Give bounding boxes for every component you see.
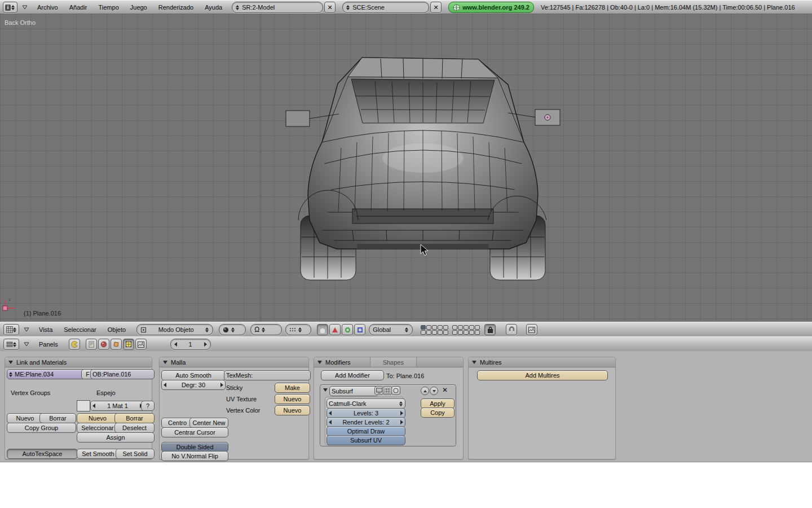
snap-button[interactable] (506, 324, 517, 335)
render-preview-button[interactable] (526, 324, 537, 335)
screen-selector[interactable]: SR:2-Model (232, 2, 323, 13)
decrement-arrow-icon[interactable] (329, 420, 332, 424)
rotate-manipulator-button[interactable] (342, 324, 353, 335)
header-collapse-icon[interactable] (23, 342, 30, 347)
translate-manipulator-button[interactable] (329, 324, 341, 335)
modifier-render-toggle[interactable] (374, 386, 383, 395)
layer-5[interactable] (443, 325, 448, 330)
layer-13[interactable] (432, 330, 437, 335)
copy-group-button[interactable]: Copy Group (7, 423, 76, 433)
menu-tiempo[interactable]: Tiempo (93, 1, 123, 14)
increment-arrow-icon[interactable] (204, 342, 207, 347)
modifier-expand-icon[interactable] (323, 388, 328, 392)
texmesh-field[interactable]: TexMesh: (224, 370, 311, 380)
modifier-move-up-button[interactable] (421, 387, 429, 395)
layer-7[interactable] (458, 325, 463, 330)
decrement-arrow-icon[interactable] (329, 411, 332, 415)
layer-9[interactable] (469, 325, 474, 330)
uv-texture-nuevo-button[interactable]: Nuevo (275, 394, 310, 404)
orientation-dropdown[interactable]: Global (369, 324, 413, 335)
layer-10[interactable] (475, 325, 480, 330)
material-help-button[interactable]: ? (141, 401, 155, 411)
viewport-3d[interactable]: Back Ortho (0, 14, 812, 322)
degr-number-field[interactable]: Degr: 30 (161, 380, 226, 390)
scene-selector[interactable]: SCE:Scene (342, 2, 429, 13)
window-type-selector[interactable]: i (3, 2, 17, 13)
set-smooth-button[interactable]: Set Smooth (77, 449, 120, 459)
increment-arrow-icon[interactable] (400, 411, 403, 415)
decrement-arrow-icon[interactable] (92, 404, 95, 408)
deselect-button[interactable]: Deselect (114, 423, 155, 433)
layer-4[interactable] (438, 325, 443, 330)
panel-header-malla[interactable]: Malla (160, 357, 308, 367)
editor-type-selector[interactable] (3, 339, 19, 350)
modifier-name-field[interactable]: Subsurf (329, 386, 379, 396)
vgroup-nuevo-button[interactable]: Nuevo (7, 413, 43, 423)
menu-renderizado[interactable]: Renderizado (153, 1, 198, 14)
auto-smooth-toggle[interactable]: Auto Smooth (161, 370, 226, 380)
subsurf-uv-toggle[interactable]: Subsurf UV (326, 435, 405, 445)
vertex-color-nuevo-button[interactable]: Nuevo (275, 405, 310, 415)
centrar-cursor-button[interactable]: Centrar Cursor (161, 427, 228, 437)
scale-manipulator-button[interactable] (354, 324, 365, 335)
layer-2[interactable] (426, 325, 431, 330)
add-multires-button[interactable]: Add Multires (477, 370, 608, 380)
material-nuevo-button[interactable]: Nuevo (77, 413, 118, 423)
scene-buttons-button[interactable] (135, 339, 147, 350)
add-modifier-button[interactable]: Add Modifier (321, 370, 384, 380)
menu-juego[interactable]: Juego (125, 1, 152, 14)
layer-11[interactable] (421, 330, 426, 335)
no-vnormal-flip-toggle[interactable]: No V.Normal Flip (161, 451, 228, 461)
copy-modifier-button[interactable]: Copy (421, 408, 454, 418)
seleccionar-button[interactable]: Seleccionar (77, 423, 118, 433)
assign-button[interactable]: Assign (77, 432, 155, 443)
set-solid-button[interactable]: Set Solid (116, 449, 155, 459)
logic-buttons-button[interactable] (69, 339, 80, 350)
tab-shapes[interactable]: Shapes (370, 357, 417, 367)
layer-17[interactable] (458, 330, 463, 335)
mesh-datablock-field[interactable]: ME:Plane.034 (7, 369, 85, 379)
menu-seleccionar[interactable]: Seleccionar (59, 322, 101, 337)
modifier-realtime-toggle[interactable] (383, 386, 392, 395)
menu-ayuda[interactable]: Ayuda (200, 1, 227, 14)
layer-20[interactable] (475, 330, 480, 335)
material-color-swatch[interactable] (77, 400, 90, 411)
shading-buttons-button[interactable] (98, 339, 109, 350)
manipulator-hand-button[interactable] (317, 324, 328, 335)
delete-modifier-button[interactable]: ✕ (442, 386, 448, 394)
draw-type-dropdown[interactable] (219, 324, 246, 335)
sticky-make-button[interactable]: Make (275, 383, 310, 393)
layer-14[interactable] (438, 330, 443, 335)
material-index-field[interactable]: 1 Mat 1 (90, 401, 145, 411)
increment-arrow-icon[interactable] (220, 383, 223, 387)
decrement-arrow-icon[interactable] (174, 342, 177, 347)
layer-buttons-group-2[interactable] (452, 325, 480, 335)
decrement-arrow-icon[interactable] (164, 383, 166, 387)
script-buttons-button[interactable] (86, 339, 97, 350)
menu-anadir[interactable]: Añadir (64, 1, 92, 14)
layer-16[interactable] (452, 330, 457, 335)
centro-button[interactable]: Centro (161, 418, 193, 428)
center-new-button[interactable]: Center New (189, 418, 228, 428)
layer-buttons-group-1[interactable] (421, 325, 448, 335)
layer-3[interactable] (432, 325, 437, 330)
lock-layers-button[interactable] (484, 324, 496, 335)
subsurf-type-dropdown[interactable]: Catmull-Clark (326, 398, 405, 409)
layer-18[interactable] (464, 330, 469, 335)
blender-org-link[interactable]: www.blender.org 249.2 (448, 2, 534, 13)
frame-number-field[interactable]: 1 (170, 339, 211, 350)
panel-header-modifiers[interactable]: Modifiers Shapes (314, 357, 463, 367)
layer-12[interactable] (426, 330, 431, 335)
layer-1[interactable] (421, 325, 426, 330)
scene-close-button[interactable]: ✕ (430, 2, 442, 13)
vgroup-borrar-button[interactable]: Borrar (39, 413, 76, 423)
menu-archivo[interactable]: Archivo (32, 1, 63, 14)
modifier-move-down-button[interactable] (430, 387, 438, 395)
layer-19[interactable] (469, 330, 474, 335)
object-name-field[interactable]: OB:Plane.016 (90, 369, 155, 379)
material-borrar-button[interactable]: Borrar (114, 413, 155, 423)
screen-close-button[interactable]: ✕ (324, 2, 336, 13)
menu-vista[interactable]: Vista (34, 322, 58, 337)
autotexspace-toggle[interactable]: AutoTexSpace (7, 449, 78, 459)
layer-15[interactable] (443, 330, 448, 335)
